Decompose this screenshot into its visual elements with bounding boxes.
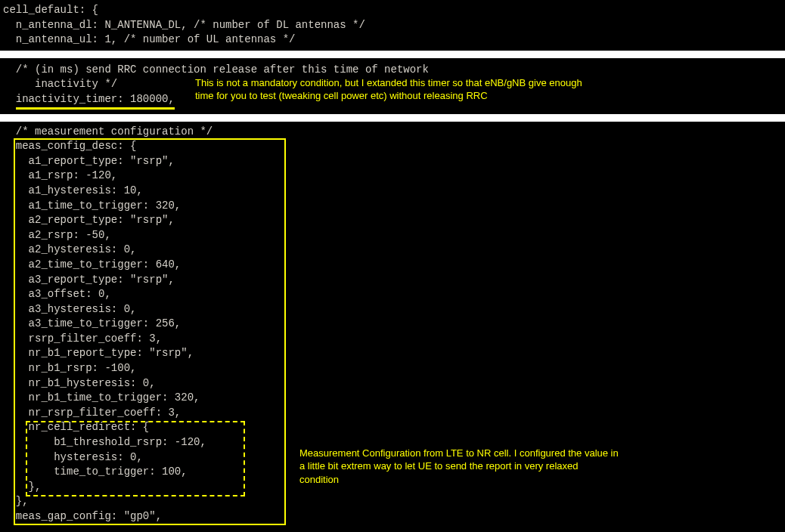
section-gap [0,114,785,122]
inactivity-timer-highlight: inactivity_timer: 180000, [16,92,175,110]
code-line: n_antenna_ul: 1, /* number of UL antenna… [0,32,785,48]
code-block-meas-config: /* measurement configuration */ meas_con… [0,122,785,527]
code-block-cell-default: cell_default: { n_antenna_dl: N_ANTENNA_… [0,0,785,51]
annotation-meas-config: Measurement Configuration from LTE to NR… [299,447,723,487]
annotation-text: This is not a mandatory condition, but I… [195,77,582,88]
annotation-text: time for you to test (tweaking cell powe… [195,90,488,101]
code-line: /* (in ms) send RRC connection release a… [0,63,785,78]
annotation-text: a little bit extrem way to let UE to sen… [299,460,579,472]
code-line: /* measurement configuration */ [0,125,785,140]
section-gap [0,51,785,58]
code-line: n_antenna_dl: N_ANTENNA_DL, /* number of… [0,18,785,33]
annotation-text: Measurement Configuration from LTE to NR… [299,447,619,459]
code-block-inactivity: /* (in ms) send RRC connection release a… [0,58,785,114]
code-indent [3,93,16,105]
highlight-box-nr-cell-redirect [26,421,245,496]
code-line: cell_default: { [0,3,785,18]
annotation-text: condition [299,474,339,485]
annotation-inactivity-timer: This is not a mandatory condition, but I… [195,76,755,103]
